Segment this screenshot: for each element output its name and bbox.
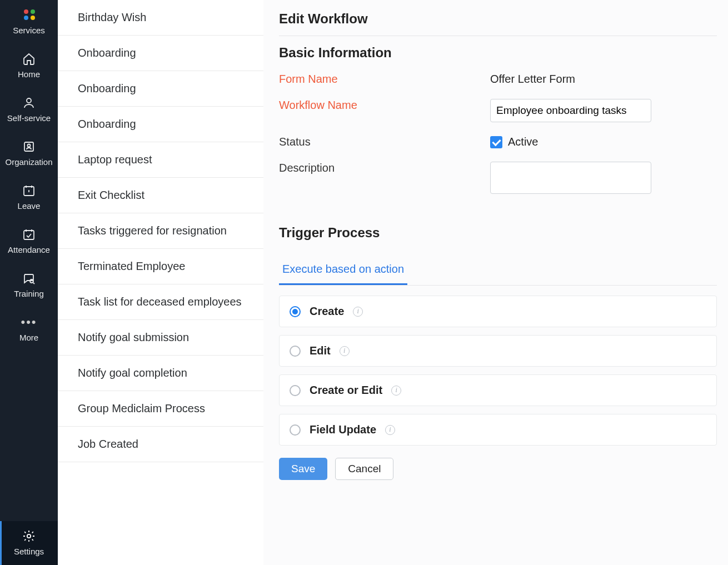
trigger-process-section: Trigger Process Execute based on action … <box>279 216 717 446</box>
nav-label: Home <box>18 69 40 79</box>
workflow-list-item[interactable]: Onboarding <box>58 107 263 142</box>
nav-leave[interactable]: Leave <box>0 176 58 219</box>
trigger-option-create-or-edit[interactable]: Create or Edit i <box>279 374 717 406</box>
trigger-tablist: Execute based on action <box>279 257 717 286</box>
main-panel: Edit Workflow Basic Information Form Nam… <box>263 0 728 565</box>
nav-label: Attendance <box>8 245 50 254</box>
workflow-list-item[interactable]: Tasks triggered for resignation <box>58 213 263 249</box>
more-dots-icon: ••• <box>22 315 36 329</box>
brand-dots-icon <box>22 8 36 22</box>
workflow-list-item[interactable]: Onboarding <box>58 71 263 107</box>
svg-point-5 <box>30 279 33 283</box>
nav-attendance[interactable]: Attendance <box>0 219 58 263</box>
chat-search-icon <box>22 271 36 286</box>
basic-information-section: Basic Information Form Name Offer Letter… <box>279 36 717 196</box>
nav-self-service[interactable]: Self-service <box>0 88 58 132</box>
basic-heading: Basic Information <box>279 36 717 73</box>
nav-label: Leave <box>18 201 41 211</box>
status-checkbox-label: Active <box>508 136 538 148</box>
info-icon[interactable]: i <box>385 425 395 435</box>
nav-home[interactable]: Home <box>0 44 58 88</box>
status-label: Status <box>279 136 490 148</box>
radio-icon <box>290 346 301 357</box>
svg-point-2 <box>28 144 31 147</box>
radio-icon <box>290 306 301 317</box>
nav-more[interactable]: ••• More <box>0 307 58 351</box>
status-active-checkbox[interactable] <box>490 136 502 148</box>
radio-icon <box>290 424 301 436</box>
info-icon[interactable]: i <box>353 307 363 317</box>
nav-label: More <box>19 333 38 342</box>
save-button[interactable]: Save <box>279 458 327 480</box>
workflow-list-item[interactable]: Laptop request <box>58 142 263 178</box>
trigger-option-field-update[interactable]: Field Update i <box>279 414 717 446</box>
tab-execute-on-action[interactable]: Execute based on action <box>279 257 407 285</box>
nav-settings[interactable]: Settings <box>0 521 58 565</box>
gear-icon <box>22 529 36 543</box>
cancel-button[interactable]: Cancel <box>335 458 393 480</box>
org-icon <box>22 139 36 154</box>
trigger-option-label: Create or Edit <box>310 384 382 397</box>
page-title: Edit Workflow <box>279 0 717 36</box>
workflow-name-label: Workflow Name <box>279 99 490 112</box>
svg-rect-4 <box>24 231 34 239</box>
trigger-heading: Trigger Process <box>279 216 717 253</box>
workflow-list-item[interactable]: Terminated Employee <box>58 249 263 284</box>
workflow-list: Birthday Wish Onboarding Onboarding Onbo… <box>58 0 263 565</box>
nav-label: Training <box>14 289 44 298</box>
form-name-label: Form Name <box>279 73 490 86</box>
form-name-value: Offer Letter Form <box>490 73 717 86</box>
home-icon <box>22 52 36 66</box>
info-icon[interactable]: i <box>340 346 350 356</box>
trigger-option-create[interactable]: Create i <box>279 296 717 327</box>
nav-label: Organization <box>5 157 52 167</box>
workflow-list-item[interactable]: Exit Checklist <box>58 178 263 213</box>
radio-icon <box>290 385 301 396</box>
workflow-name-input[interactable] <box>490 99 651 122</box>
svg-point-6 <box>27 534 31 538</box>
nav-training[interactable]: Training <box>0 263 58 307</box>
trigger-option-label: Create <box>310 305 344 318</box>
calendar-check-icon <box>22 227 36 242</box>
person-icon <box>22 96 36 110</box>
workflow-list-item[interactable]: Task list for deceased employees <box>58 284 263 320</box>
info-icon[interactable]: i <box>391 386 401 396</box>
trigger-options: Create i Edit i Create or Edit i Field U… <box>279 296 717 446</box>
description-input[interactable] <box>490 162 651 194</box>
nav-organization[interactable]: Organization <box>0 132 58 176</box>
workflow-list-item[interactable]: Notify goal submission <box>58 320 263 356</box>
trigger-option-label: Field Update <box>310 423 376 436</box>
workflow-list-item[interactable]: Notify goal completion <box>58 356 263 391</box>
calendar-alert-icon <box>22 183 36 198</box>
workflow-list-item[interactable]: Birthday Wish <box>58 0 263 36</box>
trigger-option-label: Edit <box>310 344 331 357</box>
workflow-list-item[interactable]: Group Mediclaim Process <box>58 391 263 427</box>
workflow-list-item[interactable]: Job Created <box>58 427 263 462</box>
left-nav: Services Home Self-service Organization … <box>0 0 58 565</box>
svg-point-0 <box>27 98 31 103</box>
form-actions: Save Cancel <box>279 458 717 480</box>
nav-services[interactable]: Services <box>0 0 58 44</box>
nav-label: Self-service <box>7 113 51 123</box>
description-label: Description <box>279 162 490 174</box>
trigger-option-edit[interactable]: Edit i <box>279 335 717 367</box>
nav-label: Settings <box>14 547 44 556</box>
nav-label: Services <box>13 26 45 35</box>
workflow-list-item[interactable]: Onboarding <box>58 36 263 71</box>
